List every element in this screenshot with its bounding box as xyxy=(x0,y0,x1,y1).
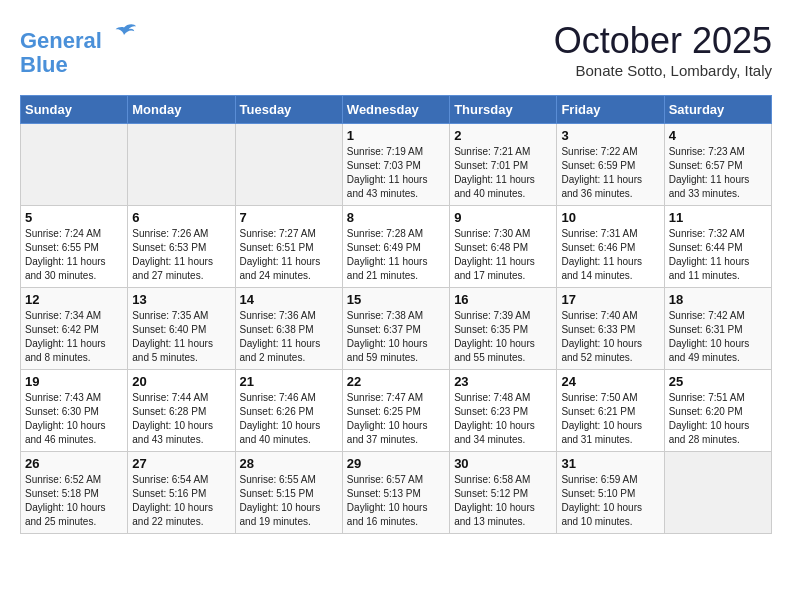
logo-bird-icon xyxy=(110,20,138,48)
day-number: 26 xyxy=(25,456,123,471)
calendar-cell: 4Sunrise: 7:23 AM Sunset: 6:57 PM Daylig… xyxy=(664,124,771,206)
day-info: Sunrise: 7:30 AM Sunset: 6:48 PM Dayligh… xyxy=(454,227,552,283)
calendar-cell: 6Sunrise: 7:26 AM Sunset: 6:53 PM Daylig… xyxy=(128,206,235,288)
day-number: 5 xyxy=(25,210,123,225)
day-number: 7 xyxy=(240,210,338,225)
weekday-header-saturday: Saturday xyxy=(664,96,771,124)
calendar-cell: 28Sunrise: 6:55 AM Sunset: 5:15 PM Dayli… xyxy=(235,452,342,534)
calendar-cell: 23Sunrise: 7:48 AM Sunset: 6:23 PM Dayli… xyxy=(450,370,557,452)
day-info: Sunrise: 7:40 AM Sunset: 6:33 PM Dayligh… xyxy=(561,309,659,365)
weekday-header-wednesday: Wednesday xyxy=(342,96,449,124)
day-number: 13 xyxy=(132,292,230,307)
calendar-week-row: 19Sunrise: 7:43 AM Sunset: 6:30 PM Dayli… xyxy=(21,370,772,452)
day-info: Sunrise: 7:31 AM Sunset: 6:46 PM Dayligh… xyxy=(561,227,659,283)
day-number: 3 xyxy=(561,128,659,143)
calendar-cell: 24Sunrise: 7:50 AM Sunset: 6:21 PM Dayli… xyxy=(557,370,664,452)
day-info: Sunrise: 7:34 AM Sunset: 6:42 PM Dayligh… xyxy=(25,309,123,365)
day-number: 14 xyxy=(240,292,338,307)
day-number: 25 xyxy=(669,374,767,389)
day-number: 16 xyxy=(454,292,552,307)
day-info: Sunrise: 7:42 AM Sunset: 6:31 PM Dayligh… xyxy=(669,309,767,365)
day-number: 28 xyxy=(240,456,338,471)
logo-text: General xyxy=(20,20,138,53)
calendar-cell: 27Sunrise: 6:54 AM Sunset: 5:16 PM Dayli… xyxy=(128,452,235,534)
day-number: 23 xyxy=(454,374,552,389)
day-info: Sunrise: 7:32 AM Sunset: 6:44 PM Dayligh… xyxy=(669,227,767,283)
day-info: Sunrise: 7:44 AM Sunset: 6:28 PM Dayligh… xyxy=(132,391,230,447)
weekday-header-tuesday: Tuesday xyxy=(235,96,342,124)
day-info: Sunrise: 7:22 AM Sunset: 6:59 PM Dayligh… xyxy=(561,145,659,201)
calendar-cell: 16Sunrise: 7:39 AM Sunset: 6:35 PM Dayli… xyxy=(450,288,557,370)
calendar-cell: 1Sunrise: 7:19 AM Sunset: 7:03 PM Daylig… xyxy=(342,124,449,206)
day-info: Sunrise: 7:50 AM Sunset: 6:21 PM Dayligh… xyxy=(561,391,659,447)
day-info: Sunrise: 7:38 AM Sunset: 6:37 PM Dayligh… xyxy=(347,309,445,365)
weekday-header-row: SundayMondayTuesdayWednesdayThursdayFrid… xyxy=(21,96,772,124)
calendar-week-row: 12Sunrise: 7:34 AM Sunset: 6:42 PM Dayli… xyxy=(21,288,772,370)
calendar-cell: 22Sunrise: 7:47 AM Sunset: 6:25 PM Dayli… xyxy=(342,370,449,452)
day-info: Sunrise: 7:46 AM Sunset: 6:26 PM Dayligh… xyxy=(240,391,338,447)
calendar-cell xyxy=(664,452,771,534)
day-number: 20 xyxy=(132,374,230,389)
weekday-header-friday: Friday xyxy=(557,96,664,124)
calendar-week-row: 5Sunrise: 7:24 AM Sunset: 6:55 PM Daylig… xyxy=(21,206,772,288)
day-number: 27 xyxy=(132,456,230,471)
calendar-cell: 8Sunrise: 7:28 AM Sunset: 6:49 PM Daylig… xyxy=(342,206,449,288)
day-info: Sunrise: 7:23 AM Sunset: 6:57 PM Dayligh… xyxy=(669,145,767,201)
calendar-cell: 13Sunrise: 7:35 AM Sunset: 6:40 PM Dayli… xyxy=(128,288,235,370)
day-number: 9 xyxy=(454,210,552,225)
calendar-cell: 17Sunrise: 7:40 AM Sunset: 6:33 PM Dayli… xyxy=(557,288,664,370)
calendar-cell: 7Sunrise: 7:27 AM Sunset: 6:51 PM Daylig… xyxy=(235,206,342,288)
day-number: 30 xyxy=(454,456,552,471)
day-number: 19 xyxy=(25,374,123,389)
day-number: 24 xyxy=(561,374,659,389)
day-number: 22 xyxy=(347,374,445,389)
calendar-cell: 15Sunrise: 7:38 AM Sunset: 6:37 PM Dayli… xyxy=(342,288,449,370)
day-info: Sunrise: 7:51 AM Sunset: 6:20 PM Dayligh… xyxy=(669,391,767,447)
calendar-cell: 30Sunrise: 6:58 AM Sunset: 5:12 PM Dayli… xyxy=(450,452,557,534)
calendar-cell: 5Sunrise: 7:24 AM Sunset: 6:55 PM Daylig… xyxy=(21,206,128,288)
calendar-table: SundayMondayTuesdayWednesdayThursdayFrid… xyxy=(20,95,772,534)
logo-text-blue: Blue xyxy=(20,53,138,77)
calendar-cell: 3Sunrise: 7:22 AM Sunset: 6:59 PM Daylig… xyxy=(557,124,664,206)
day-info: Sunrise: 6:55 AM Sunset: 5:15 PM Dayligh… xyxy=(240,473,338,529)
page-header: General Blue October 2025 Bonate Sotto, … xyxy=(20,20,772,79)
calendar-cell: 9Sunrise: 7:30 AM Sunset: 6:48 PM Daylig… xyxy=(450,206,557,288)
calendar-cell: 21Sunrise: 7:46 AM Sunset: 6:26 PM Dayli… xyxy=(235,370,342,452)
weekday-header-monday: Monday xyxy=(128,96,235,124)
day-info: Sunrise: 7:27 AM Sunset: 6:51 PM Dayligh… xyxy=(240,227,338,283)
calendar-cell: 29Sunrise: 6:57 AM Sunset: 5:13 PM Dayli… xyxy=(342,452,449,534)
day-info: Sunrise: 7:36 AM Sunset: 6:38 PM Dayligh… xyxy=(240,309,338,365)
day-info: Sunrise: 7:43 AM Sunset: 6:30 PM Dayligh… xyxy=(25,391,123,447)
day-info: Sunrise: 7:39 AM Sunset: 6:35 PM Dayligh… xyxy=(454,309,552,365)
title-block: October 2025 Bonate Sotto, Lombardy, Ita… xyxy=(554,20,772,79)
day-info: Sunrise: 7:19 AM Sunset: 7:03 PM Dayligh… xyxy=(347,145,445,201)
day-info: Sunrise: 7:48 AM Sunset: 6:23 PM Dayligh… xyxy=(454,391,552,447)
calendar-week-row: 1Sunrise: 7:19 AM Sunset: 7:03 PM Daylig… xyxy=(21,124,772,206)
calendar-cell: 31Sunrise: 6:59 AM Sunset: 5:10 PM Dayli… xyxy=(557,452,664,534)
day-info: Sunrise: 7:21 AM Sunset: 7:01 PM Dayligh… xyxy=(454,145,552,201)
day-number: 4 xyxy=(669,128,767,143)
logo: General Blue xyxy=(20,20,138,77)
day-info: Sunrise: 7:28 AM Sunset: 6:49 PM Dayligh… xyxy=(347,227,445,283)
calendar-title: October 2025 xyxy=(554,20,772,62)
day-info: Sunrise: 7:26 AM Sunset: 6:53 PM Dayligh… xyxy=(132,227,230,283)
day-number: 18 xyxy=(669,292,767,307)
calendar-cell: 2Sunrise: 7:21 AM Sunset: 7:01 PM Daylig… xyxy=(450,124,557,206)
weekday-header-sunday: Sunday xyxy=(21,96,128,124)
day-info: Sunrise: 7:24 AM Sunset: 6:55 PM Dayligh… xyxy=(25,227,123,283)
calendar-cell: 12Sunrise: 7:34 AM Sunset: 6:42 PM Dayli… xyxy=(21,288,128,370)
calendar-cell: 14Sunrise: 7:36 AM Sunset: 6:38 PM Dayli… xyxy=(235,288,342,370)
calendar-week-row: 26Sunrise: 6:52 AM Sunset: 5:18 PM Dayli… xyxy=(21,452,772,534)
day-info: Sunrise: 6:54 AM Sunset: 5:16 PM Dayligh… xyxy=(132,473,230,529)
calendar-cell: 20Sunrise: 7:44 AM Sunset: 6:28 PM Dayli… xyxy=(128,370,235,452)
calendar-cell xyxy=(21,124,128,206)
day-info: Sunrise: 6:52 AM Sunset: 5:18 PM Dayligh… xyxy=(25,473,123,529)
calendar-cell xyxy=(128,124,235,206)
day-info: Sunrise: 6:59 AM Sunset: 5:10 PM Dayligh… xyxy=(561,473,659,529)
calendar-cell xyxy=(235,124,342,206)
calendar-cell: 25Sunrise: 7:51 AM Sunset: 6:20 PM Dayli… xyxy=(664,370,771,452)
calendar-cell: 18Sunrise: 7:42 AM Sunset: 6:31 PM Dayli… xyxy=(664,288,771,370)
day-number: 15 xyxy=(347,292,445,307)
day-number: 21 xyxy=(240,374,338,389)
calendar-cell: 10Sunrise: 7:31 AM Sunset: 6:46 PM Dayli… xyxy=(557,206,664,288)
